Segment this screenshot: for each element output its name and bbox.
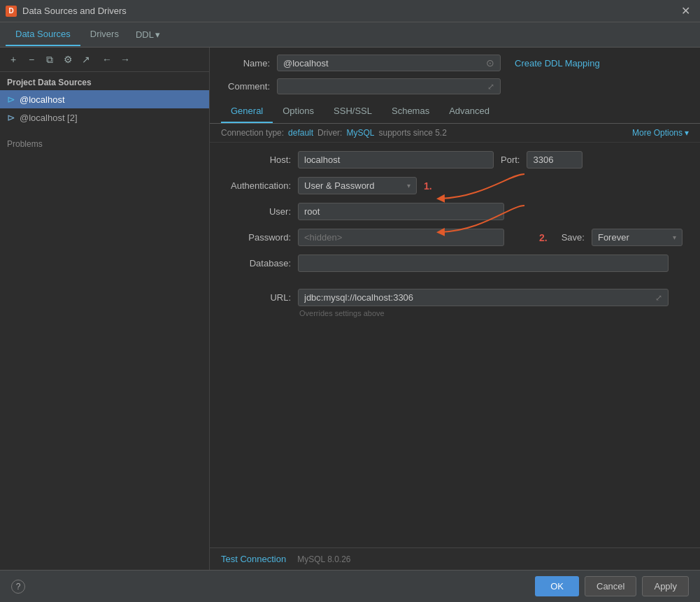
driver-value[interactable]: MySQL: [346, 128, 374, 138]
comment-input-wrap: ⤢: [277, 78, 501, 94]
back-button[interactable]: ←: [99, 52, 115, 67]
app-icon: D: [6, 6, 17, 17]
chevron-down-icon: ▾: [407, 182, 410, 189]
expand-icon[interactable]: ⤢: [487, 82, 494, 92]
title-bar-left: D Data Sources and Drivers: [6, 6, 127, 17]
forward-button[interactable]: →: [117, 52, 133, 67]
cancel-button[interactable]: Cancel: [585, 576, 636, 596]
copy-button[interactable]: ⧉: [42, 52, 57, 67]
clear-icon[interactable]: ⊙: [486, 57, 494, 69]
tab-ddl[interactable]: DDL ▾: [129, 24, 167, 45]
conn-type-label: Connection type:: [221, 128, 284, 138]
chevron-down-icon: ▾: [673, 234, 676, 241]
database-icon-2: ⊳: [7, 112, 15, 123]
create-ddl-link[interactable]: Create DDL Mapping: [515, 58, 600, 69]
password-row: Password: 2. Save: Forever ▾: [221, 229, 689, 246]
content-area: + − ⧉ ⚙ ↗ ← → Project Data Sources ⊳ @lo…: [0, 48, 700, 570]
conn-info-bar: Connection type: default Driver: MySQL s…: [210, 124, 700, 143]
url-label: URL:: [221, 292, 291, 303]
name-label: Name:: [221, 58, 270, 69]
db-label: Database:: [221, 258, 291, 268]
tab-options[interactable]: Options: [273, 100, 324, 123]
name-input[interactable]: [283, 58, 486, 69]
tab-bar: General Options SSH/SSL Schemas Advanced: [210, 100, 700, 124]
auth-select[interactable]: User & Password ▾: [298, 177, 417, 194]
left-toolbar: + − ⧉ ⚙ ↗ ← →: [0, 48, 209, 72]
url-input[interactable]: [304, 292, 655, 303]
footer: ? OK Cancel Apply: [0, 570, 700, 602]
annotation-1: 1.: [424, 180, 432, 192]
footer-left: ?: [11, 580, 25, 594]
url-input-wrap: ⤢: [298, 289, 669, 306]
host-row: Host: Port:: [221, 151, 689, 169]
section-header: Project Data Sources: [0, 72, 209, 90]
tab-sshssl[interactable]: SSH/SSL: [324, 100, 382, 123]
test-connection-button[interactable]: Test Connection: [221, 554, 286, 564]
remove-button[interactable]: −: [24, 52, 39, 67]
help-button[interactable]: ?: [11, 580, 25, 594]
chevron-down-icon: ▾: [155, 29, 160, 40]
database-input[interactable]: [298, 255, 669, 272]
problems-section: Problems: [0, 134, 209, 155]
tab-advanced[interactable]: Advanced: [439, 100, 499, 123]
form-fields: Host: Port: Authentication: User & Passw…: [210, 143, 700, 289]
footer-right: OK Cancel Apply: [535, 576, 689, 596]
tab-data-sources[interactable]: Data Sources: [6, 23, 80, 46]
port-label: Port:: [501, 155, 520, 165]
save-select[interactable]: Forever ▾: [592, 229, 683, 246]
comment-input[interactable]: [283, 81, 487, 92]
tree-item-localhost-label: @localhost: [20, 94, 65, 105]
tab-drivers[interactable]: Drivers: [80, 23, 129, 46]
tab-ddl-label: DDL: [136, 29, 154, 40]
settings-button[interactable]: ⚙: [60, 52, 76, 67]
url-section: URL: ⤢ Overrides settings above: [210, 289, 700, 323]
form-area: Host: Port: Authentication: User & Passw…: [210, 143, 700, 289]
apply-button[interactable]: Apply: [642, 576, 689, 596]
problems-label: Problems: [7, 139, 43, 149]
pass-label: Password:: [221, 232, 291, 243]
host-input[interactable]: [298, 151, 494, 169]
port-input[interactable]: [527, 151, 583, 169]
mysql-version: MySQL 8.0.26: [297, 554, 350, 564]
database-row: Database:: [221, 255, 689, 272]
url-hint: Overrides settings above: [299, 309, 689, 317]
main-container: Data Sources Drivers DDL ▾ + − ⧉ ⚙ ↗ ← →…: [0, 22, 700, 602]
conn-type-value[interactable]: default: [288, 128, 313, 138]
supports-since: supports since 5.2: [378, 128, 446, 138]
more-options-link[interactable]: More Options ▾: [632, 128, 689, 138]
spacer: [210, 323, 700, 547]
name-row: Name: ⊙ Create DDL Mapping: [210, 48, 700, 76]
right-panel: Name: ⊙ Create DDL Mapping Comment: ⤢ Ge…: [210, 48, 700, 570]
expand-icon[interactable]: ⤢: [655, 293, 662, 303]
bottom-bar: Test Connection MySQL 8.0.26: [210, 547, 700, 570]
close-icon[interactable]: ✕: [677, 3, 694, 19]
comment-label: Comment:: [221, 81, 270, 92]
chevron-right-icon: ▾: [685, 128, 689, 138]
name-input-wrap: ⊙: [277, 55, 501, 71]
export-button[interactable]: ↗: [78, 52, 94, 67]
ok-button[interactable]: OK: [535, 576, 579, 596]
user-label: User:: [221, 206, 291, 217]
toolbar: Data Sources Drivers DDL ▾: [0, 22, 700, 48]
annotation-2: 2.: [539, 232, 548, 243]
database-icon: ⊳: [7, 94, 15, 105]
auth-select-text: User & Password: [304, 180, 374, 191]
password-input[interactable]: [298, 229, 504, 246]
auth-label: Authentication:: [221, 180, 291, 191]
save-label: Save:: [562, 232, 585, 243]
left-panel: + − ⧉ ⚙ ↗ ← → Project Data Sources ⊳ @lo…: [0, 48, 210, 570]
title-bar-title: Data Sources and Drivers: [22, 6, 127, 16]
auth-row: Authentication: User & Password ▾ 1.: [221, 177, 689, 194]
save-select-text: Forever: [598, 232, 629, 243]
user-input[interactable]: [298, 203, 504, 220]
tree-item-localhost[interactable]: ⊳ @localhost: [0, 90, 209, 108]
tree-item-localhost-2[interactable]: ⊳ @localhost [2]: [0, 108, 209, 127]
url-row: URL: ⤢: [221, 289, 689, 306]
tree-item-localhost-2-label: @localhost [2]: [20, 113, 78, 123]
tab-schemas[interactable]: Schemas: [382, 100, 439, 123]
user-row: User:: [221, 203, 689, 220]
tab-general[interactable]: General: [221, 100, 273, 123]
comment-row: Comment: ⤢: [210, 76, 700, 97]
add-button[interactable]: +: [6, 52, 21, 67]
title-bar: D Data Sources and Drivers ✕: [0, 0, 700, 22]
